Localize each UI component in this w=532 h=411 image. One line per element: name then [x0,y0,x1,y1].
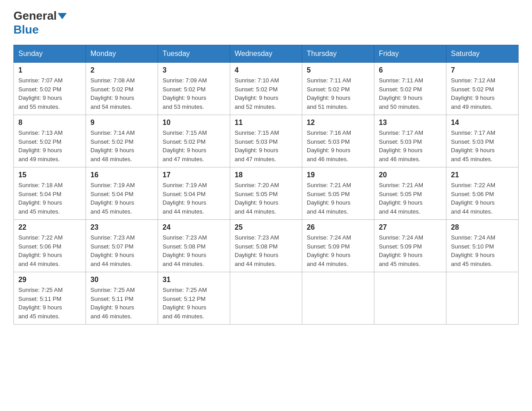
day-info: Sunrise: 7:17 AMSunset: 5:03 PMDaylight:… [379,129,423,163]
day-number: 13 [379,119,442,127]
day-info: Sunrise: 7:19 AMSunset: 5:04 PMDaylight:… [90,182,135,215]
day-info: Sunrise: 7:19 AMSunset: 5:04 PMDaylight:… [163,182,207,215]
logo-triangle-icon [58,13,67,19]
calendar-cell: 6 Sunrise: 7:11 AMSunset: 5:02 PMDayligh… [374,63,446,115]
calendar-cell: 25 Sunrise: 7:23 AMSunset: 5:08 PMDaylig… [230,220,302,272]
day-number: 30 [90,276,153,284]
calendar-cell: 21 Sunrise: 7:22 AMSunset: 5:06 PMDaylig… [446,167,519,220]
day-number: 31 [163,276,225,284]
calendar-cell: 8 Sunrise: 7:13 AMSunset: 5:02 PMDayligh… [14,115,86,167]
day-number: 20 [379,171,442,179]
day-number: 5 [307,66,369,74]
day-number: 23 [90,223,153,231]
week-row: 8 Sunrise: 7:13 AMSunset: 5:02 PMDayligh… [14,115,519,167]
calendar-cell: 1 Sunrise: 7:07 AMSunset: 5:02 PMDayligh… [14,63,86,115]
day-info: Sunrise: 7:25 AMSunset: 5:11 PMDaylight:… [18,287,63,320]
calendar-cell [302,272,374,325]
day-info: Sunrise: 7:23 AMSunset: 5:07 PMDaylight:… [90,234,135,267]
calendar-cell: 27 Sunrise: 7:24 AMSunset: 5:09 PMDaylig… [374,220,446,272]
day-number: 10 [163,119,225,127]
day-number: 27 [379,223,442,231]
calendar-cell: 7 Sunrise: 7:12 AMSunset: 5:02 PMDayligh… [446,63,519,115]
day-number: 17 [163,171,225,179]
day-info: Sunrise: 7:24 AMSunset: 5:09 PMDaylight:… [379,234,423,267]
calendar-cell: 11 Sunrise: 7:15 AMSunset: 5:03 PMDaylig… [230,115,302,167]
day-info: Sunrise: 7:12 AMSunset: 5:02 PMDaylight:… [451,77,495,110]
week-row: 22 Sunrise: 7:22 AMSunset: 5:06 PMDaylig… [14,220,519,272]
day-number: 21 [451,171,514,179]
day-info: Sunrise: 7:16 AMSunset: 5:03 PMDaylight:… [307,129,351,163]
day-number: 16 [90,171,153,179]
day-info: Sunrise: 7:08 AMSunset: 5:02 PMDaylight:… [90,77,135,110]
calendar-cell: 18 Sunrise: 7:20 AMSunset: 5:05 PMDaylig… [230,167,302,220]
day-info: Sunrise: 7:15 AMSunset: 5:02 PMDaylight:… [163,129,207,163]
week-row: 15 Sunrise: 7:18 AMSunset: 5:04 PMDaylig… [14,167,519,220]
calendar-cell: 31 Sunrise: 7:25 AMSunset: 5:12 PMDaylig… [158,272,230,325]
day-info: Sunrise: 7:09 AMSunset: 5:02 PMDaylight:… [163,77,207,110]
day-number: 28 [451,223,514,231]
page-header: General Blue [13,9,519,37]
day-info: Sunrise: 7:22 AMSunset: 5:06 PMDaylight:… [451,182,495,215]
calendar-cell [374,272,446,325]
logo: General Blue [13,9,67,37]
calendar-cell [446,272,519,325]
day-number: 4 [235,66,297,74]
day-info: Sunrise: 7:23 AMSunset: 5:08 PMDaylight:… [235,234,279,267]
day-number: 14 [451,119,514,127]
day-info: Sunrise: 7:24 AMSunset: 5:09 PMDaylight:… [307,234,351,267]
calendar-cell: 19 Sunrise: 7:21 AMSunset: 5:05 PMDaylig… [302,167,374,220]
day-of-week-header: Sunday [14,45,86,63]
calendar-cell: 16 Sunrise: 7:19 AMSunset: 5:04 PMDaylig… [86,167,158,220]
day-number: 19 [307,171,369,179]
day-number: 24 [163,223,225,231]
day-number: 22 [18,223,81,231]
day-info: Sunrise: 7:18 AMSunset: 5:04 PMDaylight:… [18,182,63,215]
day-number: 29 [18,276,81,284]
day-of-week-header: Monday [86,45,158,63]
day-info: Sunrise: 7:07 AMSunset: 5:02 PMDaylight:… [18,77,63,110]
day-of-week-header: Wednesday [230,45,302,63]
day-number: 6 [379,66,442,74]
day-number: 1 [18,66,81,74]
day-number: 2 [90,66,153,74]
day-of-week-header: Tuesday [158,45,230,63]
day-of-week-header: Saturday [446,45,519,63]
day-info: Sunrise: 7:21 AMSunset: 5:05 PMDaylight:… [379,182,423,215]
day-number: 25 [235,223,297,231]
calendar-cell: 20 Sunrise: 7:21 AMSunset: 5:05 PMDaylig… [374,167,446,220]
calendar-cell: 2 Sunrise: 7:08 AMSunset: 5:02 PMDayligh… [86,63,158,115]
day-info: Sunrise: 7:23 AMSunset: 5:08 PMDaylight:… [163,234,207,267]
calendar-cell [230,272,302,325]
calendar-cell: 17 Sunrise: 7:19 AMSunset: 5:04 PMDaylig… [158,167,230,220]
days-header-row: SundayMondayTuesdayWednesdayThursdayFrid… [14,45,519,63]
day-info: Sunrise: 7:21 AMSunset: 5:05 PMDaylight:… [307,182,351,215]
day-info: Sunrise: 7:13 AMSunset: 5:02 PMDaylight:… [18,129,63,163]
day-info: Sunrise: 7:15 AMSunset: 5:03 PMDaylight:… [235,129,279,163]
day-number: 3 [163,66,225,74]
day-number: 18 [235,171,297,179]
day-number: 8 [18,119,81,127]
calendar-cell: 24 Sunrise: 7:23 AMSunset: 5:08 PMDaylig… [158,220,230,272]
day-info: Sunrise: 7:11 AMSunset: 5:02 PMDaylight:… [307,77,351,110]
calendar-cell: 26 Sunrise: 7:24 AMSunset: 5:09 PMDaylig… [302,220,374,272]
day-info: Sunrise: 7:20 AMSunset: 5:05 PMDaylight:… [235,182,279,215]
logo-line2: Blue [13,23,67,37]
day-number: 11 [235,119,297,127]
calendar-cell: 9 Sunrise: 7:14 AMSunset: 5:02 PMDayligh… [86,115,158,167]
day-info: Sunrise: 7:17 AMSunset: 5:03 PMDaylight:… [451,129,495,163]
day-number: 9 [90,119,153,127]
week-row: 1 Sunrise: 7:07 AMSunset: 5:02 PMDayligh… [14,63,519,115]
calendar-cell: 28 Sunrise: 7:24 AMSunset: 5:10 PMDaylig… [446,220,519,272]
calendar-cell: 10 Sunrise: 7:15 AMSunset: 5:02 PMDaylig… [158,115,230,167]
week-row: 29 Sunrise: 7:25 AMSunset: 5:11 PMDaylig… [14,272,519,325]
day-of-week-header: Thursday [302,45,374,63]
day-info: Sunrise: 7:25 AMSunset: 5:12 PMDaylight:… [163,287,207,320]
calendar-cell: 22 Sunrise: 7:22 AMSunset: 5:06 PMDaylig… [14,220,86,272]
calendar-cell: 13 Sunrise: 7:17 AMSunset: 5:03 PMDaylig… [374,115,446,167]
day-info: Sunrise: 7:25 AMSunset: 5:11 PMDaylight:… [90,287,135,320]
day-number: 7 [451,66,514,74]
calendar-cell: 15 Sunrise: 7:18 AMSunset: 5:04 PMDaylig… [14,167,86,220]
calendar-cell: 23 Sunrise: 7:23 AMSunset: 5:07 PMDaylig… [86,220,158,272]
calendar-cell: 4 Sunrise: 7:10 AMSunset: 5:02 PMDayligh… [230,63,302,115]
day-number: 26 [307,223,369,231]
